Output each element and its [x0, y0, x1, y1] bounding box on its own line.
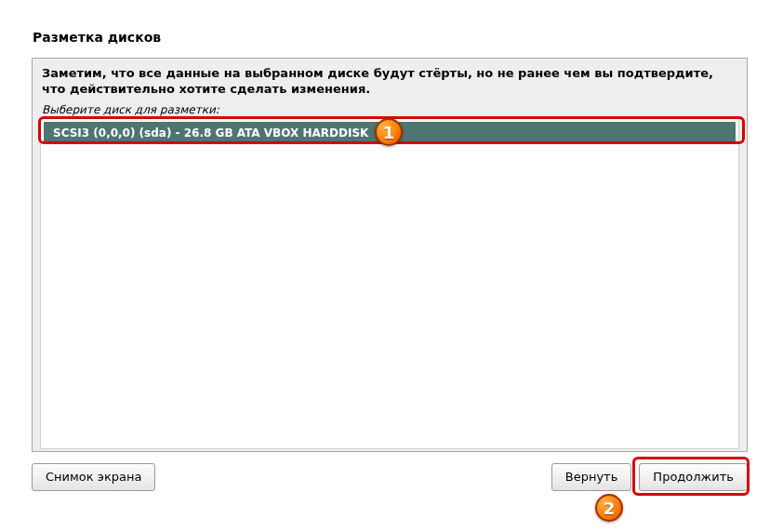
annotation-badge-2: 2: [595, 494, 623, 522]
back-button[interactable]: Вернуть: [551, 463, 632, 491]
annotation-badge-1: 1: [375, 118, 403, 146]
button-row: Снимок экрана Вернуть Продолжить: [32, 463, 748, 491]
warning-text: Заметим, что все данные на выбранном дис…: [40, 66, 739, 98]
continue-button[interactable]: Продолжить: [639, 463, 748, 491]
disk-list[interactable]: SCSI3 (0,0,0) (sda) - 26.8 GB ATA VBOX H…: [40, 118, 739, 449]
dialog-title: Разметка дисков: [33, 30, 763, 45]
partition-dialog: Разметка дисков Заметим, что все данные …: [19, 20, 763, 491]
content-panel: Заметим, что все данные на выбранном дис…: [32, 58, 748, 452]
prompt-label: Выберите диск для разметки:: [40, 103, 739, 116]
continue-wrap: Продолжить: [639, 463, 748, 491]
screenshot-button[interactable]: Снимок экрана: [32, 463, 155, 491]
